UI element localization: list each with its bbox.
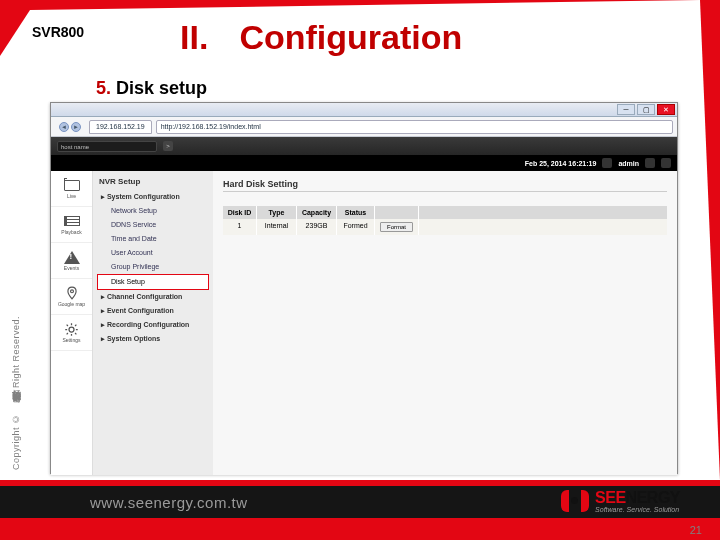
step-text: Disk setup bbox=[116, 78, 207, 98]
td-status: Formed bbox=[337, 219, 375, 235]
td-capacity: 239GB bbox=[297, 219, 337, 235]
nav-rail: Live Playback Events Google map Settings bbox=[51, 171, 93, 475]
footer-url: www.seenergy.com.tw bbox=[90, 494, 248, 511]
td-type: Internal bbox=[257, 219, 297, 235]
svg-point-0 bbox=[70, 290, 73, 293]
page-number: 21 bbox=[690, 524, 702, 536]
step-number: 5. bbox=[96, 78, 111, 98]
window-close-button[interactable]: ✕ bbox=[657, 104, 675, 115]
th-diskid: Disk ID bbox=[223, 206, 257, 219]
copyright-text: Copyright © 場景科技股份有限公司 All Right Reserve… bbox=[10, 150, 24, 470]
tree-node[interactable]: ▸ Event Configuration bbox=[97, 304, 209, 318]
footer-logo: SEENERGY Software. Service. Solution bbox=[561, 488, 680, 514]
tree-node[interactable]: Group Privilege bbox=[97, 260, 209, 274]
rail-label: Google map bbox=[58, 301, 85, 307]
window-minimize-button[interactable]: ─ bbox=[617, 104, 635, 115]
disk-table: Disk ID Type Capacity Status 1 Internal … bbox=[223, 206, 667, 235]
section-roman: II. bbox=[180, 18, 230, 57]
host-go-button[interactable]: > bbox=[163, 141, 173, 151]
rail-label: Settings bbox=[62, 337, 80, 343]
rail-label: Playback bbox=[61, 229, 81, 235]
th-action bbox=[375, 206, 419, 219]
rail-label: Events bbox=[64, 265, 79, 271]
table-row: 1 Internal 239GB Formed Format bbox=[223, 219, 667, 235]
logo-text: SEENERGY bbox=[595, 490, 680, 506]
app-screenshot: ─ ▢ ✕ ◄► 192.168.152.19 http://192.168.1… bbox=[50, 102, 678, 474]
tree-node[interactable]: DDNS Service bbox=[97, 218, 209, 232]
tree-node[interactable]: Network Setup bbox=[97, 204, 209, 218]
browser-address-bar: ◄► 192.168.152.19 http://192.168.152.19/… bbox=[51, 117, 677, 137]
gear-icon bbox=[64, 322, 80, 336]
help-icon[interactable] bbox=[645, 158, 655, 168]
power-icon[interactable] bbox=[661, 158, 671, 168]
tree-node[interactable]: ▸ Recording Configuration bbox=[97, 318, 209, 332]
section-title: II. Configuration bbox=[180, 18, 462, 57]
user-icon bbox=[602, 158, 612, 168]
td-diskid: 1 bbox=[223, 219, 257, 235]
window-titlebar: ─ ▢ ✕ bbox=[51, 103, 677, 117]
url-input[interactable]: http://192.168.152.19/index.html bbox=[156, 120, 673, 134]
rail-settings[interactable]: Settings bbox=[51, 315, 92, 351]
format-button[interactable]: Format bbox=[380, 222, 413, 232]
nav-buttons[interactable]: ◄► bbox=[55, 120, 85, 134]
th-type: Type bbox=[257, 206, 297, 219]
rail-events[interactable]: Events bbox=[51, 243, 92, 279]
tree-node[interactable]: ▸ System Options bbox=[97, 332, 209, 346]
status-bar: Feb 25, 2014 16:21:19 admin bbox=[51, 155, 677, 171]
tree-node[interactable]: Time and Date bbox=[97, 232, 209, 246]
host-name-input[interactable]: host name bbox=[57, 141, 157, 152]
logo-tagline: Software. Service. Solution bbox=[595, 506, 680, 513]
rail-googlemap[interactable]: Google map bbox=[51, 279, 92, 315]
tree-node[interactable]: ▸ Channel Configuration bbox=[97, 290, 209, 304]
window-maximize-button[interactable]: ▢ bbox=[637, 104, 655, 115]
film-icon bbox=[64, 214, 80, 228]
app-header: host name > bbox=[51, 137, 677, 155]
product-label: SVR800 bbox=[32, 24, 84, 40]
step-label: 5. Disk setup bbox=[96, 78, 207, 99]
status-user: admin bbox=[618, 160, 639, 167]
content-area: Hard Disk Setting Disk ID Type Capacity … bbox=[213, 171, 677, 475]
rail-label: Live bbox=[67, 193, 76, 199]
rail-live[interactable]: Live bbox=[51, 171, 92, 207]
table-header: Disk ID Type Capacity Status bbox=[223, 206, 667, 219]
browser-tab[interactable]: 192.168.152.19 bbox=[89, 120, 152, 134]
tv-icon bbox=[64, 178, 80, 192]
logo-mark-icon bbox=[561, 488, 589, 514]
th-capacity: Capacity bbox=[297, 206, 337, 219]
footer-bar: www.seenergy.com.tw SEENERGY Software. S… bbox=[0, 486, 720, 518]
settings-tree: NVR Setup ▸ System ConfigurationNetwork … bbox=[93, 171, 213, 475]
tree-node[interactable]: ▸ System Configuration bbox=[97, 190, 209, 204]
td-action: Format bbox=[375, 219, 419, 235]
warning-icon bbox=[64, 250, 80, 264]
section-name: Configuration bbox=[239, 18, 462, 56]
rail-playback[interactable]: Playback bbox=[51, 207, 92, 243]
tree-node[interactable]: User Account bbox=[97, 246, 209, 260]
content-title: Hard Disk Setting bbox=[223, 179, 667, 189]
status-datetime: Feb 25, 2014 16:21:19 bbox=[525, 160, 597, 167]
tree-title: NVR Setup bbox=[97, 177, 209, 186]
pin-icon bbox=[64, 286, 80, 300]
tree-node[interactable]: Disk Setup bbox=[97, 274, 209, 290]
th-status: Status bbox=[337, 206, 375, 219]
